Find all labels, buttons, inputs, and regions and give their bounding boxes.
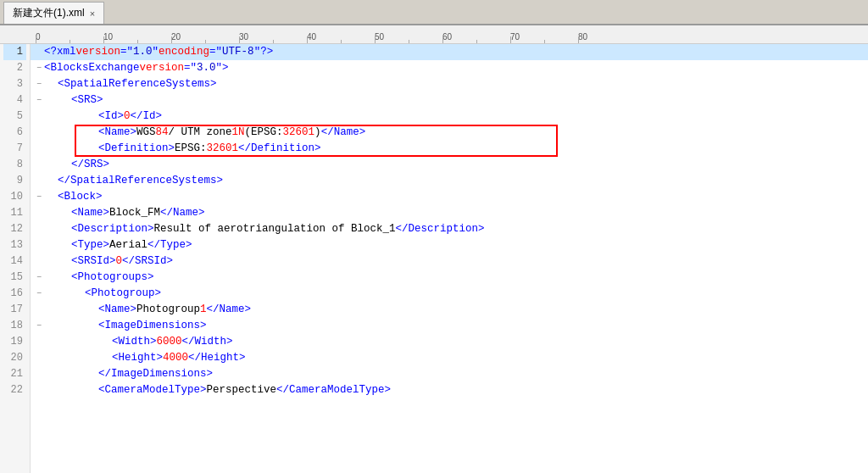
fold-icon-6	[34, 125, 44, 141]
fold-icon-21	[34, 366, 44, 382]
ruler-mark-30: 30	[239, 32, 248, 42]
code-line-13: <Type>Aerial</Type>	[31, 237, 868, 253]
fold-icon-10[interactable]: −	[34, 189, 44, 205]
line-num-6: 6	[3, 125, 26, 141]
fold-icon-11	[34, 205, 44, 221]
code-line-16: − <Photogroup>	[31, 286, 868, 302]
line-num-16: 16	[3, 286, 26, 302]
code-line-11: <Name>Block_FM</Name>	[31, 205, 868, 221]
line-num-5: 5	[3, 109, 26, 125]
tab-label: 新建文件(1).xml	[13, 6, 85, 20]
fold-icon-1	[34, 44, 44, 60]
fold-icon-12	[34, 221, 44, 237]
line-num-13: 13	[3, 237, 26, 253]
file-tab[interactable]: 新建文件(1).xml ×	[3, 2, 104, 24]
fold-icon-14	[34, 253, 44, 270]
ruler-mark-10: 10	[103, 32, 113, 42]
fold-icon-3[interactable]: −	[34, 76, 44, 92]
code-line-2: − <BlocksExchange version="3.0">	[31, 60, 868, 76]
line-num-9: 9	[3, 173, 26, 189]
fold-icon-7	[34, 141, 44, 157]
fold-icon-17	[34, 302, 44, 318]
app-window: 新建文件(1).xml × 0 10 20 30 40 50 60 70 80	[0, 0, 868, 473]
code-line-12: <Description>Result of aerotriangulation…	[31, 221, 868, 237]
line-num-8: 8	[3, 157, 26, 173]
line-num-12: 12	[3, 221, 26, 237]
fold-icon-4[interactable]: −	[34, 92, 44, 109]
line-num-4: 4	[3, 92, 26, 109]
fold-icon-22	[34, 382, 44, 398]
code-line-22: <CameraModelType>Perspective</CameraMode…	[31, 382, 868, 398]
code-line-8: </SRS>	[31, 157, 868, 173]
fold-icon-2[interactable]: −	[34, 60, 44, 76]
line-num-11: 11	[3, 205, 26, 221]
ruler-mark-60: 60	[442, 32, 452, 42]
ruler-mark-40: 40	[307, 32, 316, 42]
line-num-7: 7	[3, 141, 26, 157]
fold-icon-9	[34, 173, 44, 189]
code-line-15: − <Photogroups>	[31, 270, 868, 286]
line-num-15: 15	[3, 270, 26, 286]
fold-icon-13	[34, 237, 44, 253]
code-line-14: <SRSId>0</SRSId>	[31, 253, 868, 270]
ruler-mark-50: 50	[375, 32, 384, 42]
code-line-1: <?xml version="1.0" encoding="UTF-8"?>	[31, 44, 868, 60]
code-line-9: </SpatialReferenceSystems>	[31, 173, 868, 189]
fold-icon-18[interactable]: −	[34, 318, 44, 334]
line-num-19: 19	[3, 334, 26, 350]
tab-close-button[interactable]: ×	[90, 8, 95, 19]
line-num-17: 17	[3, 302, 26, 318]
code-editor[interactable]: 1 2 3 4 5 6 7 8 9 10 11 12 13 14 15 16 1…	[0, 44, 868, 473]
fold-icon-19	[34, 334, 44, 350]
ruler: 0 10 20 30 40 50 60 70 80	[0, 25, 868, 44]
ruler-mark-20: 20	[171, 32, 181, 42]
code-line-18: − <ImageDimensions>	[31, 318, 868, 334]
fold-icon-5	[34, 109, 44, 125]
code-line-20: <Height>4000</Height>	[31, 350, 868, 366]
code-line-7: <Definition>EPSG:32601</Definition>	[31, 141, 868, 157]
code-line-5: <Id>0</Id>	[31, 109, 868, 125]
line-numbers: 1 2 3 4 5 6 7 8 9 10 11 12 13 14 15 16 1…	[0, 44, 31, 473]
line-num-18: 18	[3, 318, 26, 334]
tab-bar: 新建文件(1).xml ×	[0, 0, 868, 25]
line-num-22: 22	[3, 382, 26, 398]
line-num-14: 14	[3, 253, 26, 270]
line-num-3: 3	[3, 76, 26, 92]
fold-icon-20	[34, 350, 44, 366]
code-line-10: − <Block>	[31, 189, 868, 205]
fold-icon-16[interactable]: −	[34, 286, 44, 302]
line-num-21: 21	[3, 366, 26, 382]
line-num-2: 2	[3, 60, 26, 76]
code-line-3: − <SpatialReferenceSystems>	[31, 76, 868, 92]
line-num-10: 10	[3, 189, 26, 205]
line-num-20: 20	[3, 350, 26, 366]
fold-icon-15[interactable]: −	[34, 270, 44, 286]
code-line-19: <Width>6000</Width>	[31, 334, 868, 350]
ruler-mark-80: 80	[578, 32, 587, 42]
code-line-4: − <SRS>	[31, 92, 868, 109]
line-num-1: 1	[3, 44, 26, 60]
code-line-6: <Name> WGS 84 / UTM zone 1N (EPSG:32601)…	[31, 125, 868, 141]
code-content: <?xml version="1.0" encoding="UTF-8"?> −…	[31, 44, 868, 473]
code-line-21: </ImageDimensions>	[31, 366, 868, 382]
ruler-mark-70: 70	[510, 32, 520, 42]
code-line-17: <Name>Photogroup 1</Name>	[31, 302, 868, 318]
fold-icon-8	[34, 157, 44, 173]
